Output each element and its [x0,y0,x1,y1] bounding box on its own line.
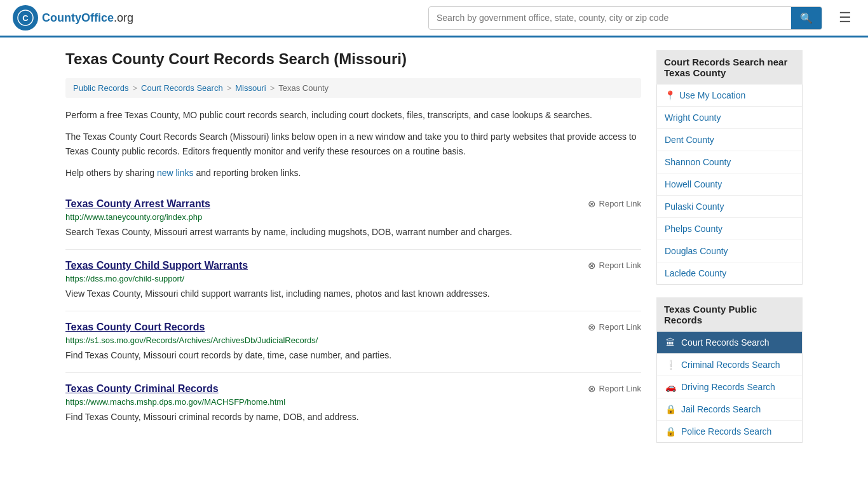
record-title-1[interactable]: Texas County Child Support Warrants [65,260,248,271]
record-url-2[interactable]: https://s1.sos.mo.gov/Records/Archives/A… [65,336,641,345]
breadcrumb: Public Records > Court Records Search > … [65,78,641,98]
report-link-label-0: Report Link [599,199,641,208]
nearby-header: Court Records Search near Texas County [656,50,803,85]
public-records-section: Texas County Public Records 🏛 Court Reco… [656,297,803,443]
nav-icon-0: 🏛 [665,337,676,348]
record-desc-3: Find Texas County, Missouri criminal rec… [65,410,641,424]
nav-icon-1: ❕ [665,360,676,370]
record-header: Texas County Court Records ⊗ Report Link [65,322,641,333]
record-item: Texas County Court Records ⊗ Report Link… [65,311,641,373]
logo-icon: C [13,5,38,30]
report-link-1[interactable]: ⊗ Report Link [588,260,641,271]
content-area: Texas County Court Records Search (Misso… [65,50,641,456]
report-icon-1: ⊗ [588,260,596,271]
breadcrumb-court-records[interactable]: Court Records Search [141,83,223,93]
search-input[interactable] [429,8,791,28]
nearby-list: 📍 Use My Location Wright CountyDent Coun… [656,85,803,285]
record-url-1[interactable]: https://dss.mo.gov/child-support/ [65,274,641,283]
nearby-counties: Wright CountyDent CountyShannon CountyHo… [657,107,802,284]
report-icon-3: ⊗ [588,383,596,395]
public-records-nav-link-1[interactable]: Criminal Records Search [681,360,780,370]
record-item: Texas County Criminal Records ⊗ Report L… [65,373,641,434]
site-logo[interactable]: C CountyOffice.org [13,5,133,30]
nearby-county-0[interactable]: Wright County [657,107,802,129]
new-links-link[interactable]: new links [157,168,194,178]
breadcrumb-public-records[interactable]: Public Records [73,83,128,93]
public-records-nav-item-3[interactable]: 🔒 Jail Records Search [657,398,802,421]
report-link-label-1: Report Link [599,261,641,270]
public-records-nav-link-3[interactable]: Jail Records Search [681,404,761,414]
public-records-nav-link-0[interactable]: Court Records Search [681,337,770,348]
sidebar: Court Records Search near Texas County 📍… [656,50,803,456]
record-url-0[interactable]: http://www.taneycounty.org/index.php [65,212,641,222]
nearby-county-7[interactable]: Laclede County [657,262,802,284]
report-icon-0: ⊗ [588,198,596,210]
nearby-county-3[interactable]: Howell County [657,173,802,196]
record-desc-1: View Texas County, Missouri child suppor… [65,287,641,301]
report-icon-2: ⊗ [588,322,596,333]
main-container: Texas County Court Records Search (Misso… [53,37,815,468]
public-records-nav-item-2[interactable]: 🚗 Driving Records Search [657,376,802,398]
description-3: Help others by sharing new links and rep… [65,166,641,180]
nav-icon-3: 🔒 [665,404,676,414]
nearby-county-5[interactable]: Phelps County [657,218,802,240]
description-1: Perform a free Texas County, MO public c… [65,108,641,122]
record-header: Texas County Criminal Records ⊗ Report L… [65,383,641,395]
nearby-county-4[interactable]: Pulaski County [657,196,802,218]
nav-icon-4: 🔒 [665,426,676,437]
breadcrumb-sep-3: > [270,83,275,93]
menu-icon[interactable]: ☰ [835,6,855,30]
nearby-county-link-7[interactable]: Laclede County [665,268,726,278]
report-link-2[interactable]: ⊗ Report Link [588,322,641,333]
record-title-3[interactable]: Texas County Criminal Records [65,383,219,395]
report-link-3[interactable]: ⊗ Report Link [588,383,641,395]
breadcrumb-missouri[interactable]: Missouri [235,83,266,93]
logo-text: CountyOffice.org [42,11,133,25]
search-button[interactable]: 🔍 [791,7,822,29]
svg-text:C: C [22,13,29,23]
site-header: C CountyOffice.org 🔍 ☰ [0,0,868,37]
public-records-nav-link-4[interactable]: Police Records Search [681,426,771,437]
public-records-nav-list: 🏛 Court Records Search ❕ Criminal Record… [656,332,803,443]
record-title-0[interactable]: Texas County Arrest Warrants [65,198,210,210]
nearby-county-link-1[interactable]: Dent County [665,135,714,145]
location-pin-icon: 📍 [665,90,675,100]
nearby-county-link-4[interactable]: Pulaski County [665,201,724,212]
nearby-county-2[interactable]: Shannon County [657,151,802,173]
record-item: Texas County Child Support Warrants ⊗ Re… [65,250,641,311]
record-url-3[interactable]: https://www.machs.mshp.dps.mo.gov/MACHSF… [65,397,641,407]
use-location-link[interactable]: Use My Location [679,90,745,100]
breadcrumb-sep-1: > [132,83,137,93]
page-title: Texas County Court Records Search (Misso… [65,50,641,68]
nearby-county-6[interactable]: Douglas County [657,240,802,262]
report-link-0[interactable]: ⊗ Report Link [588,198,641,210]
nearby-county-1[interactable]: Dent County [657,129,802,151]
search-icon: 🔍 [800,13,813,24]
nearby-county-link-0[interactable]: Wright County [665,112,721,123]
report-link-label-2: Report Link [599,322,641,332]
record-title-2[interactable]: Texas County Court Records [65,322,205,333]
use-my-location-item[interactable]: 📍 Use My Location [657,85,802,107]
search-bar: 🔍 [428,6,822,30]
nearby-section: Court Records Search near Texas County 📍… [656,50,803,285]
nearby-county-link-3[interactable]: Howell County [665,179,722,189]
record-desc-0: Search Texas County, Missouri arrest war… [65,226,641,239]
nav-icon-2: 🚗 [665,382,676,392]
nearby-county-link-2[interactable]: Shannon County [665,157,731,167]
public-records-nav-link-2[interactable]: Driving Records Search [681,382,775,392]
record-desc-2: Find Texas County, Missouri court record… [65,349,641,362]
description-2: The Texas County Court Records Search (M… [65,130,641,158]
record-header: Texas County Child Support Warrants ⊗ Re… [65,260,641,271]
record-header: Texas County Arrest Warrants ⊗ Report Li… [65,198,641,210]
public-records-header: Texas County Public Records [656,297,803,332]
records-list: Texas County Arrest Warrants ⊗ Report Li… [65,188,641,434]
breadcrumb-current: Texas County [278,83,329,93]
nearby-county-link-6[interactable]: Douglas County [665,246,728,256]
report-link-label-3: Report Link [599,384,641,393]
public-records-nav-item-1[interactable]: ❕ Criminal Records Search [657,354,802,376]
public-records-nav-item-4[interactable]: 🔒 Police Records Search [657,421,802,442]
breadcrumb-sep-2: > [227,83,232,93]
nearby-county-link-5[interactable]: Phelps County [665,224,722,234]
public-records-nav-item-0[interactable]: 🏛 Court Records Search [657,332,802,354]
record-item: Texas County Arrest Warrants ⊗ Report Li… [65,188,641,250]
